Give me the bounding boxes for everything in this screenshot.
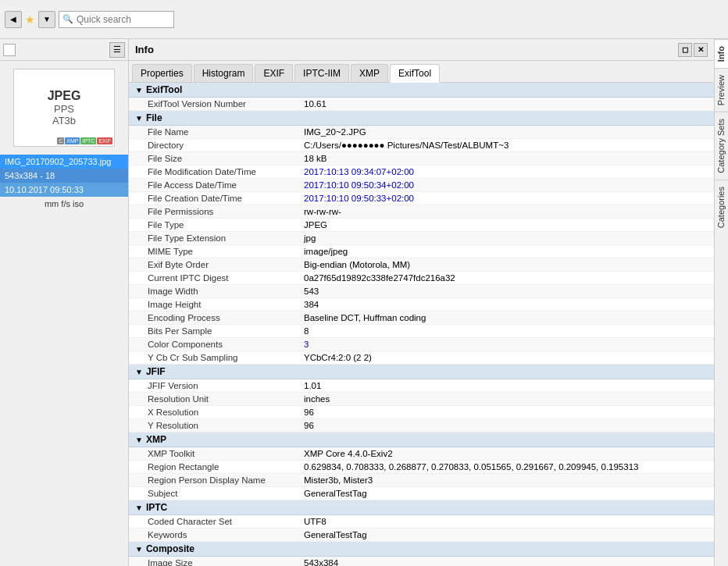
prop-name: File Name: [148, 127, 304, 137]
section-arrow: ▼: [135, 545, 143, 554]
prop-name: ExifTool Version Number: [148, 99, 304, 109]
prop-value: UTF8: [304, 517, 708, 526]
dropdown-button[interactable]: ▼: [38, 11, 55, 28]
prop-value: 96: [304, 408, 708, 417]
table-row: Encoding ProcessBaseline DCT, Huffman co…: [129, 311, 714, 325]
table-row: MIME Typeimage/jpeg: [129, 245, 714, 258]
toolbar: ◀ ★ ▼ 🔍: [0, 0, 728, 39]
prop-name: File Creation Date/Time: [148, 194, 304, 203]
thumb-line2: PPS: [54, 103, 74, 115]
prop-value: 2017:10:13 09:34:07+02:00: [304, 167, 708, 176]
prop-value: C:/Users/●●●●●●●● Pictures/NAS/Test/ALBU…: [304, 141, 708, 150]
section-header-file[interactable]: ▼ File: [129, 111, 714, 126]
table-row: SubjectGeneralTestTag: [129, 487, 714, 500]
prop-name: Image Height: [148, 300, 304, 309]
table-row: KeywordsGeneralTestTag: [129, 529, 714, 542]
right-tab-preview[interactable]: Preview: [715, 68, 728, 112]
prop-name: Current IPTC Digest: [148, 273, 304, 283]
prop-name: Subject: [148, 489, 304, 498]
section-title: File: [146, 112, 162, 123]
prop-value: Mister3b, Mister3: [304, 475, 708, 485]
table-row: Y Cb Cr Sub SamplingYCbCr4:2:0 (2 2): [129, 351, 714, 365]
thumb-line1: JPEG: [48, 89, 81, 103]
table-row: File Modification Date/Time2017:10:13 09…: [129, 166, 714, 179]
sidebar-view-button[interactable]: ☰: [109, 42, 125, 58]
main-area: ☰ JPEG PPS AT3b C XMP IPTC EXIF IMG_2017…: [0, 39, 728, 566]
section-arrow: ▼: [135, 504, 143, 512]
tab-properties[interactable]: Properties: [132, 64, 192, 82]
prop-name: Exif Byte Order: [148, 260, 304, 269]
file-item-name[interactable]: IMG_20170902_205733.jpg: [0, 155, 128, 169]
thumbnail-frame: JPEG PPS AT3b C XMP IPTC EXIF: [13, 69, 115, 147]
prop-value: 3: [304, 340, 708, 349]
sidebar-checkbox[interactable]: [3, 44, 16, 56]
right-tab-category-sets[interactable]: Category Sets: [715, 112, 728, 180]
section-arrow: ▼: [135, 436, 143, 444]
prop-value: XMP Core 4.4.0-Exiv2: [304, 449, 708, 458]
exif-content: ▼ ExifToolExifTool Version Number10.61▼ …: [129, 83, 714, 566]
file-item-dimensions[interactable]: 543x384 - 18: [0, 169, 128, 183]
prop-name: File Modification Date/Time: [148, 167, 304, 176]
section-arrow: ▼: [135, 86, 143, 94]
section-header-iptc[interactable]: ▼ IPTC: [129, 500, 714, 515]
prop-value: image/jpeg: [304, 247, 708, 256]
table-row: X Resolution96: [129, 406, 714, 419]
file-info-list: IMG_20170902_205733.jpg 543x384 - 18 10.…: [0, 155, 128, 197]
table-row: Image Width543: [129, 285, 714, 298]
prop-value: JPEG: [304, 220, 708, 230]
section-title: IPTC: [146, 502, 167, 513]
section-header-jfif[interactable]: ▼ JFIF: [129, 365, 714, 379]
back-button[interactable]: ◀: [5, 11, 22, 28]
right-tab-info[interactable]: Info: [715, 39, 728, 68]
table-row: ExifTool Version Number10.61: [129, 98, 714, 111]
section-header-xmp[interactable]: ▼ XMP: [129, 433, 714, 447]
table-row: Current IPTC Digest0a27f65d19892c338fe27…: [129, 272, 714, 285]
badge-iptc: IPTC: [80, 137, 96, 144]
table-row: Coded Character SetUTF8: [129, 515, 714, 529]
prop-name: Image Width: [148, 287, 304, 296]
search-box: 🔍: [59, 11, 174, 28]
prop-name: Y Resolution: [148, 421, 304, 430]
prop-value: rw-rw-rw-: [304, 207, 708, 216]
badge-exif: EXIF: [97, 137, 112, 144]
section-header-exiftool[interactable]: ▼ ExifTool: [129, 83, 714, 98]
table-row: Bits Per Sample8: [129, 325, 714, 338]
tab-xmp[interactable]: XMP: [351, 64, 388, 82]
tab-exiftool[interactable]: ExifTool: [390, 64, 440, 83]
section-header-composite[interactable]: ▼ Composite: [129, 542, 714, 557]
prop-value: YCbCr4:2:0 (2 2): [304, 353, 708, 362]
prop-value: 8: [304, 326, 708, 336]
prop-value: Baseline DCT, Huffman coding: [304, 313, 708, 322]
file-item-date[interactable]: 10.10.2017 09:50:33: [0, 183, 128, 197]
close-button[interactable]: ✕: [694, 43, 708, 57]
tab-iptc-iim[interactable]: IPTC-IIM: [294, 64, 349, 82]
table-row: Image Height384: [129, 298, 714, 311]
table-row: JFIF Version1.01: [129, 379, 714, 393]
prop-name: Color Components: [148, 340, 304, 349]
sidebar-top-bar: ☰: [0, 39, 128, 61]
section-arrow: ▼: [135, 114, 143, 123]
star-icon[interactable]: ★: [25, 13, 35, 26]
section-title: Composite: [146, 543, 194, 554]
prop-name: Bits Per Sample: [148, 326, 304, 336]
right-panel: Info Preview Category Sets Categories: [714, 39, 728, 566]
prop-name: Coded Character Set: [148, 517, 304, 526]
prop-name: Region Person Display Name: [148, 475, 304, 485]
search-input[interactable]: [77, 14, 170, 25]
table-row: File Type Extensionjpg: [129, 232, 714, 245]
prop-name: X Resolution: [148, 408, 304, 417]
prop-name: Encoding Process: [148, 313, 304, 322]
badge-c: C: [57, 137, 64, 144]
tab-histogram[interactable]: Histogram: [194, 64, 254, 82]
restore-button[interactable]: ◻: [678, 43, 692, 57]
info-panel: Info ◻ ✕ Properties Histogram EXIF IPTC-…: [129, 39, 714, 566]
prop-value: 96: [304, 421, 708, 430]
section-title: JFIF: [146, 366, 166, 377]
table-row: XMP ToolkitXMP Core 4.4.0-Exiv2: [129, 447, 714, 461]
table-row: File Creation Date/Time2017:10:10 09:50:…: [129, 192, 714, 205]
tab-exif[interactable]: EXIF: [255, 64, 293, 82]
right-tab-categories[interactable]: Categories: [715, 180, 728, 234]
table-row: Region Person Display NameMister3b, Mist…: [129, 474, 714, 487]
table-row: Exif Byte OrderBig-endian (Motorola, MM): [129, 258, 714, 272]
prop-name: Region Rectangle: [148, 462, 304, 472]
